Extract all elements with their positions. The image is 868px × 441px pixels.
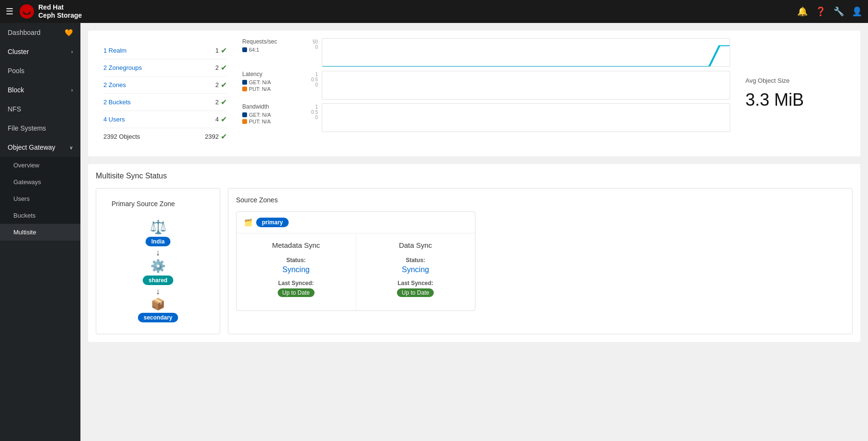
topnav-icons: 🔔 ❓ 🔧 👤 [797,6,862,17]
check-icon-buckets: ✔ [221,98,227,107]
zone-detail-header: 🗂️ primary [237,212,475,233]
zonegroups-row: 2 Zonegroups 2 ✔ [103,59,227,77]
sidebar-submenu-objectgateway: Overview Gateways Users Buckets Multisit… [0,157,80,241]
topnav: ☰ Red Hat Ceph Storage 🔔 ❓ 🔧 👤 [0,0,868,23]
realm-link[interactable]: 1 Realm [103,47,126,54]
avg-object-size-card: Avg Object Size 3.3 MiB [738,38,853,149]
shared-badge: shared [143,276,173,285]
charts-panel: Requests/sec 64:1 50 0 [242,38,730,149]
zone-detail-card: 🗂️ primary Metadata Sync Status: Syncing [236,211,475,311]
requests-chart-area [322,38,730,67]
sidebar-item-cluster[interactable]: Cluster › [0,42,80,61]
sidebar-item-pools[interactable]: Pools [0,61,80,80]
wrench-icon[interactable]: 🔧 [834,6,844,17]
bandwidth-get-label: GET: N/A [249,112,271,118]
users-count: 4 ✔ [215,115,227,124]
brand: Red Hat Ceph Storage [19,3,82,20]
sidebar-item-buckets[interactable]: Buckets [0,207,80,224]
sidebar-item-objectgateway[interactable]: Object Gateway ∨ [0,138,80,157]
check-icon-zonegroups: ✔ [221,63,227,72]
users-link[interactable]: 4 Users [103,116,125,123]
latency-chart-area [322,71,730,99]
data-sync-title: Data Sync [364,241,468,249]
bandwidth-put-label: PUT: N/A [249,119,271,124]
secondary-icon: 📦 [151,298,165,311]
latency-yaxis: 1 0.5 0 [304,71,318,88]
data-sync-panel: Data Sync Status: Syncing Last Synced: U… [356,233,475,310]
zone-detail-icon: 🗂️ [244,219,252,226]
brand-name: Red Hat [38,3,82,11]
zone-chain: ⚖️ India ↓ ⚙️ shared ↓ 📦 secondary [138,219,178,322]
data-lastsynced-label: Last Synced: [364,280,468,287]
primary-zone-card: Primary Source Zone ⚖️ India ↓ ⚙️ shared… [96,188,220,334]
sidebar-item-filesystems[interactable]: File Systems [0,119,80,138]
sidebar-item-nfs[interactable]: NFS [0,99,80,119]
zones-link[interactable]: 2 Zones [103,81,126,88]
pools-label: Pools [8,67,24,75]
multisite-title: Multisite Sync Status [96,172,853,180]
requests-yaxis: 50 0 [304,38,318,51]
buckets-row: 2 Buckets 2 ✔ [103,94,227,111]
check-icon-zones: ✔ [221,80,227,89]
bandwidth-chart-area [322,103,730,132]
requests-chart-row: Requests/sec 64:1 50 0 [242,38,730,67]
bandwidth-get-dot [242,112,247,117]
data-status-label: Status: [364,257,468,264]
buckets-count: 2 ✔ [215,98,227,107]
hamburger-icon[interactable]: ☰ [6,6,13,17]
sidebar-item-gateways[interactable]: Gateways [0,174,80,190]
bandwidth-chart-row: Bandwidth GET: N/A PUT: N/A 1 [242,103,730,132]
redhat-logo [19,4,34,19]
user-icon[interactable]: 👤 [852,6,862,17]
metadata-sync-panel: Metadata Sync Status: Syncing Last Synce… [237,233,356,310]
data-status-value: Syncing [364,265,468,274]
zones-count: 2 ✔ [215,80,227,89]
metadata-status-field: Status: Syncing [244,257,348,274]
india-badge: India [146,237,170,246]
sidebar-item-users[interactable]: Users [0,190,80,207]
bell-icon[interactable]: 🔔 [797,6,808,17]
sidebar-item-overview[interactable]: Overview [0,157,80,174]
svg-point-3 [27,8,30,12]
metadata-lastsynced-value: Up to Date [278,288,315,297]
multisite-content: Primary Source Zone ⚖️ India ↓ ⚙️ shared… [96,188,853,334]
nfs-label: NFS [8,105,21,113]
dashboard-label: Dashboard [8,29,41,36]
metadata-sync-title: Metadata Sync [244,241,348,249]
check-icon-users: ✔ [221,115,227,124]
latency-put-dot [242,87,247,91]
objects-label: 2392 Objects [103,133,140,140]
sidebar-item-dashboard[interactable]: Dashboard 🧡 [0,23,80,42]
sidebar-item-block[interactable]: Block › [0,80,80,99]
bandwidth-put-dot [242,119,247,124]
zones-row: 2 Zones 2 ✔ [103,77,227,94]
question-icon[interactable]: ❓ [815,6,826,17]
requests-legend-dot [242,47,247,52]
realm-row: 1 Realm 1 ✔ [103,42,227,59]
latency-title: Latency [242,71,300,77]
objectgateway-label: Object Gateway [8,143,56,151]
realm-icon: ⚖️ [150,219,167,235]
cluster-label: Cluster [8,48,29,55]
requests-title: Requests/sec [242,38,300,45]
requests-legend-item: 64:1 [242,47,300,53]
zonegroups-link[interactable]: 2 Zonegroups [103,64,142,71]
bandwidth-yaxis: 1 0.5 0 [304,103,318,121]
source-zones-title: Source Zones [236,196,845,204]
primary-zone-badge: primary [256,218,289,227]
sidebar: Dashboard 🧡 Cluster › Pools Block › NFS … [0,23,80,441]
latency-get-legend: GET: N/A [242,79,300,85]
realm-count: 1 ✔ [215,46,227,55]
metadata-status-value: Syncing [244,265,348,274]
sidebar-item-multisite[interactable]: Multisite [0,224,80,241]
arrow-down-2: ↓ [156,287,160,296]
buckets-link[interactable]: 2 Buckets [103,99,131,106]
objects-count: 2392 ✔ [205,132,227,141]
shared-icon: ⚙️ [150,259,166,274]
objects-row: 2392 Objects 2392 ✔ [103,128,227,145]
check-icon-objects: ✔ [221,132,227,141]
users-row: 4 Users 4 ✔ [103,111,227,128]
bandwidth-title: Bandwidth [242,103,300,110]
latency-chart-row: Latency GET: N/A PUT: N/A 1 0. [242,71,730,99]
source-zones-card: Source Zones 🗂️ primary Metadata Sync St… [228,188,853,334]
